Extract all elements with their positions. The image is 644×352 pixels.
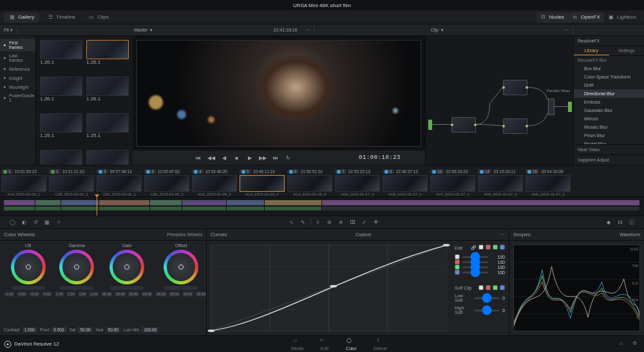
- curves-tool-icon[interactable]: ∿: [287, 218, 296, 227]
- album-item[interactable]: ▸PowerGrade 1: [0, 91, 35, 104]
- color-wheel-lift[interactable]: [11, 250, 46, 284]
- channel-swatch[interactable]: [455, 259, 460, 264]
- reset-icon[interactable]: ↺: [31, 218, 40, 227]
- node-opts-icon[interactable]: ⋯: [560, 28, 573, 33]
- sc-red[interactable]: [486, 285, 491, 290]
- album-item[interactable]: ▸Last frames: [0, 51, 35, 64]
- fx-section-sapphire[interactable]: Sapphire Adjust: [574, 154, 644, 165]
- playhead[interactable]: [97, 197, 97, 216]
- parallel-mixer[interactable]: [548, 98, 554, 115]
- link-icon[interactable]: 🔗: [470, 245, 477, 251]
- clip-thumb[interactable]: 209:57:46:12C20_2015-02-05_1: [97, 168, 142, 196]
- clip-thumb[interactable]: 722:53:15:13A09_2015-01-27_1: [335, 168, 380, 196]
- jog-gamma[interactable]: [60, 286, 93, 290]
- wand-icon[interactable]: ✧: [54, 218, 63, 227]
- go-end-icon[interactable]: ⏭: [272, 154, 279, 162]
- clip-thumb[interactable]: 310:05:47:02C26_2015-02-05_2: [144, 168, 189, 196]
- step-back-icon[interactable]: ◀◀: [207, 154, 215, 162]
- album-item[interactable]: ▸Reference: [0, 64, 35, 73]
- page-media[interactable]: ▭Media: [291, 338, 303, 351]
- fx-item[interactable]: Directional Blur: [574, 89, 644, 98]
- channel-swatch[interactable]: [455, 254, 460, 259]
- sizing-icon[interactable]: ⤢: [360, 218, 369, 227]
- channel-slider[interactable]: [462, 272, 488, 273]
- stereo-icon[interactable]: 👁: [372, 218, 381, 227]
- viewer-clipname[interactable]: Master▾: [130, 28, 156, 33]
- high-soft-slider[interactable]: [474, 310, 500, 311]
- color-wheel-gain[interactable]: [109, 250, 144, 284]
- fx-item[interactable]: Prism Blur: [574, 131, 644, 140]
- go-start-icon[interactable]: ⏮: [194, 154, 202, 162]
- fx-item[interactable]: Gaussian Blur: [574, 106, 644, 115]
- clip-thumb[interactable]: 110:21:21:10C28_2015-02-05_1: [49, 168, 94, 196]
- loop-icon[interactable]: ↻: [285, 154, 292, 162]
- ch-lum[interactable]: [478, 245, 484, 250]
- fx-item[interactable]: DHR: [574, 81, 644, 89]
- wheels-mode[interactable]: Primaries Wheels: [167, 232, 202, 237]
- ch-red[interactable]: [486, 245, 491, 250]
- fx-item[interactable]: Box Blur: [574, 64, 644, 73]
- album-item[interactable]: ▸First frames: [0, 39, 35, 51]
- param-value[interactable]: 50.00: [106, 327, 121, 333]
- home-icon[interactable]: ⌂: [620, 340, 627, 348]
- color-wheel-gamma[interactable]: [59, 250, 94, 284]
- play-back-icon[interactable]: ◀: [220, 154, 228, 162]
- ch-blue[interactable]: [500, 245, 505, 250]
- still-thumb[interactable]: [40, 77, 82, 96]
- tracker-icon[interactable]: ⊕: [325, 218, 334, 227]
- channel-swatch[interactable]: [455, 264, 460, 270]
- sc-green[interactable]: [493, 285, 498, 290]
- clip-strip[interactable]: 110:01:59:15A14_2015-01-05_1110:21:21:10…: [0, 165, 644, 197]
- still-thumb[interactable]: [86, 113, 129, 133]
- blur-icon[interactable]: ≋: [337, 218, 346, 227]
- node-graph[interactable]: Parallel Mixer: [425, 36, 573, 165]
- qualifier-icon[interactable]: ✎: [299, 218, 308, 227]
- clip-thumb[interactable]: 1423:19:16:11A08_2015-01-27_2: [478, 168, 523, 196]
- clip-thumb[interactable]: 1620:44:16:09A06_2015-01-27_2: [526, 168, 571, 196]
- tab-nodes[interactable]: ⊟ Nodes: [536, 12, 568, 23]
- settings-icon[interactable]: ⚙: [632, 340, 640, 348]
- picker-icon[interactable]: ◯: [8, 218, 17, 227]
- jog-gain[interactable]: [110, 286, 144, 290]
- fx-item[interactable]: Mosaic Blur: [574, 123, 644, 131]
- tab-lightbox[interactable]: ▣ Lightbox: [604, 12, 640, 23]
- node-clip-dropdown[interactable]: Clip▾: [427, 28, 448, 33]
- curves-opts-icon[interactable]: ⋯: [500, 232, 505, 237]
- album-item[interactable]: ▸Insight: [0, 73, 35, 82]
- keyframe-icon[interactable]: ◆: [604, 218, 613, 227]
- still-thumb[interactable]: [40, 40, 82, 59]
- gallery-icon[interactable]: ▦: [43, 218, 52, 227]
- param-value[interactable]: 1.000: [22, 327, 37, 333]
- low-soft-slider[interactable]: [474, 297, 500, 299]
- sc-blue[interactable]: [500, 285, 505, 290]
- clip-thumb[interactable]: 822:48:37:13A09_2015-01-27_2: [383, 168, 428, 196]
- clip-thumb[interactable]: 410:54:40:20A26_2015-01-08_2: [192, 168, 237, 196]
- page-edit[interactable]: ✂Edit: [320, 338, 329, 351]
- still-thumb[interactable]: [40, 113, 82, 133]
- ch-green[interactable]: [493, 245, 498, 250]
- fx-section-neat[interactable]: Neat Video: [574, 144, 644, 154]
- album-item[interactable]: ▸Moonlight: [0, 82, 35, 91]
- stop-icon[interactable]: ■: [233, 154, 241, 162]
- color-wheel-offset[interactable]: [164, 250, 198, 284]
- viewer-opts-icon[interactable]: ⋯: [301, 28, 314, 33]
- curves-mode[interactable]: Custom: [355, 232, 371, 237]
- node-2[interactable]: [503, 80, 527, 95]
- jog-lift[interactable]: [12, 286, 45, 290]
- tab-gallery[interactable]: ▦ Gallery: [4, 12, 39, 23]
- param-value[interactable]: 100.00: [141, 327, 159, 333]
- fx-item[interactable]: Mirrors: [574, 115, 644, 123]
- param-value[interactable]: 50.00: [77, 327, 93, 333]
- still-thumb[interactable]: [86, 40, 129, 59]
- clip-thumb[interactable]: 1022:56:34:22A07_2015-01-27_1: [430, 168, 475, 196]
- still-thumb[interactable]: [86, 77, 129, 96]
- jog-offset[interactable]: [164, 286, 198, 290]
- page-deliver[interactable]: ⇪Deliver: [374, 338, 388, 351]
- fit-dropdown[interactable]: Fit ▾: [0, 28, 17, 33]
- fx-tab-library[interactable]: Library: [574, 46, 609, 55]
- window-icon[interactable]: ◊: [314, 218, 323, 227]
- contrast-icon[interactable]: ◐: [19, 218, 28, 227]
- still-thumb[interactable]: [86, 150, 129, 165]
- step-fwd-icon[interactable]: ▶▶: [259, 154, 267, 162]
- param-value[interactable]: 0.500: [51, 327, 66, 333]
